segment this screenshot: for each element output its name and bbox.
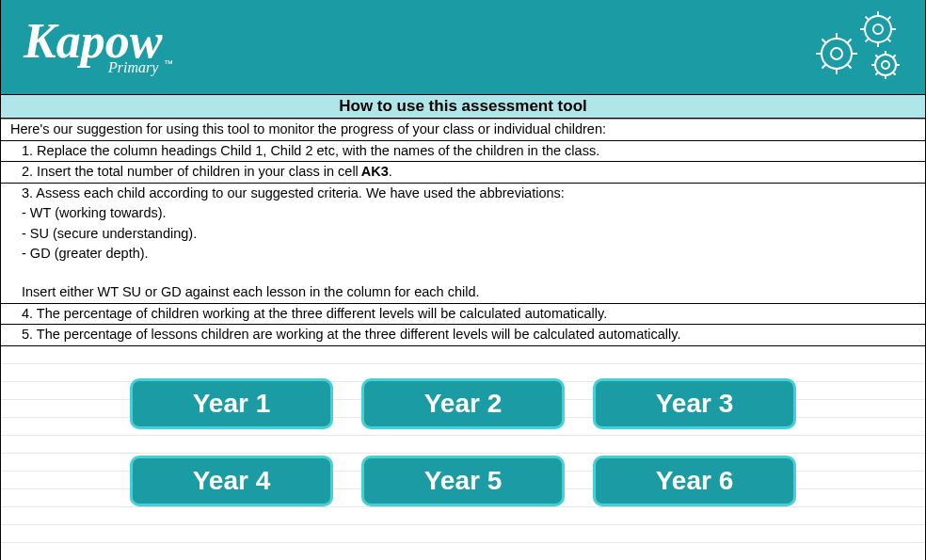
- svg-line-30: [893, 72, 896, 75]
- svg-point-24: [882, 61, 889, 69]
- kapow-logo-svg: Kapow Primary ™: [18, 10, 187, 84]
- section-title: How to use this assessment tool: [1, 94, 925, 119]
- svg-text:Primary: Primary: [107, 59, 159, 76]
- brand-logo: Kapow Primary ™: [18, 10, 187, 84]
- year-buttons-group: Year 1 Year 2 Year 3 Year 4 Year 5 Year …: [1, 378, 925, 506]
- year-1-button[interactable]: Year 1: [130, 378, 333, 429]
- year-5-button[interactable]: Year 5: [361, 456, 565, 506]
- abbr-wt-row: - WT (working towards).: [1, 203, 925, 224]
- step-5-row: 5. The percentage of lessons children ar…: [1, 324, 925, 346]
- step-3-row: 3. Assess each child according to our su…: [1, 183, 925, 204]
- year-6-button[interactable]: Year 6: [593, 456, 796, 506]
- svg-point-14: [873, 24, 883, 34]
- svg-line-32: [893, 55, 896, 57]
- spreadsheet-grid-area: Year 1 Year 2 Year 3 Year 4 Year 5 Year …: [1, 346, 925, 560]
- svg-line-11: [822, 64, 826, 68]
- svg-point-23: [875, 55, 896, 75]
- svg-text:™: ™: [164, 58, 173, 69]
- step-2-period: .: [389, 163, 392, 182]
- svg-line-22: [887, 17, 891, 21]
- svg-line-20: [887, 39, 891, 42]
- svg-line-29: [875, 55, 878, 57]
- abbr-su-row: - SU (secure understanding).: [1, 224, 925, 245]
- svg-line-9: [822, 40, 826, 43]
- svg-line-21: [866, 39, 870, 42]
- step-2-row: 2. Insert the total number of children i…: [1, 161, 925, 183]
- intro-row: Here's our suggestion for using this too…: [1, 119, 925, 140]
- blank-row: [1, 264, 925, 282]
- page-container: Kapow Primary ™: [0, 0, 926, 560]
- year-buttons-row-2: Year 4 Year 5 Year 6: [130, 456, 796, 506]
- svg-line-19: [866, 17, 870, 21]
- svg-line-10: [847, 64, 851, 68]
- svg-point-13: [865, 16, 891, 42]
- year-2-button[interactable]: Year 2: [361, 378, 565, 429]
- step-1-row: 1. Replace the column headings Child 1, …: [1, 140, 925, 162]
- svg-line-12: [847, 40, 851, 43]
- header-bar: Kapow Primary ™: [1, 0, 925, 94]
- abbr-gd-row: - GD (greater depth).: [1, 244, 925, 264]
- insert-instruction-row: Insert either WT SU or GD against each l…: [1, 282, 925, 303]
- year-buttons-row-1: Year 1 Year 2 Year 3: [130, 378, 796, 429]
- year-3-button[interactable]: Year 3: [593, 378, 796, 429]
- year-4-button[interactable]: Year 4: [130, 456, 333, 506]
- step-2-text: 2. Insert the total number of children i…: [22, 163, 359, 182]
- gears-icon: [805, 7, 908, 88]
- svg-line-31: [875, 72, 878, 75]
- svg-point-3: [822, 39, 852, 69]
- step-2-cellref: AK3: [361, 163, 389, 182]
- svg-point-4: [831, 48, 842, 59]
- step-4-row: 4. The percentage of children working at…: [1, 303, 925, 325]
